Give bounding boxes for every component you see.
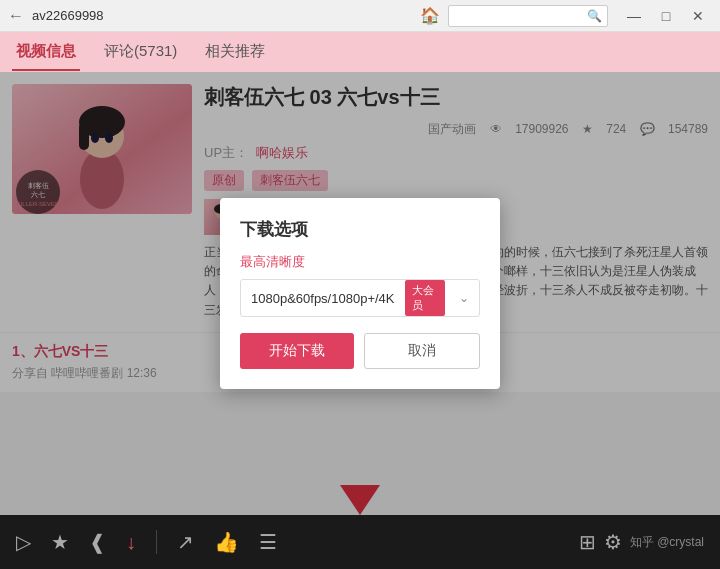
menu-icon[interactable]: ☰ (259, 530, 277, 554)
tab-comments[interactable]: 评论(5731) (100, 34, 181, 71)
tab-related[interactable]: 相关推荐 (201, 34, 269, 71)
search-wrapper: 🔍 (448, 5, 608, 27)
home-icon[interactable]: 🏠 (420, 6, 440, 25)
like-icon[interactable]: 👍 (214, 530, 239, 554)
watermark: 知乎 @crystal (630, 534, 704, 551)
search-input[interactable] (448, 5, 608, 27)
minimize-button[interactable]: — (620, 5, 648, 27)
quality-label: 最高清晰度 (240, 253, 480, 271)
tab-bar: 视频信息 评论(5731) 相关推荐 (0, 32, 720, 72)
download-icon[interactable]: ↓ (126, 531, 136, 554)
cancel-button[interactable]: 取消 (364, 333, 480, 369)
bottom-right: ⊞ ⚙ 知乎 @crystal (579, 530, 704, 554)
maximize-button[interactable]: □ (652, 5, 680, 27)
play-icon[interactable]: ▷ (16, 530, 31, 554)
download-dialog: 下载选项 最高清晰度 1080p&60fps/1080p+/4K 大会员 ⌄ 开… (220, 198, 500, 389)
share-left-icon[interactable]: ❰ (89, 530, 106, 554)
separator (156, 530, 157, 554)
search-icon: 🔍 (587, 9, 602, 23)
star-icon[interactable]: ★ (51, 530, 69, 554)
quality-selector[interactable]: 1080p&60fps/1080p+/4K 大会员 ⌄ (240, 279, 480, 317)
share-right-icon[interactable]: ↗ (177, 530, 194, 554)
dialog-overlay: 下载选项 最高清晰度 1080p&60fps/1080p+/4K 大会员 ⌄ 开… (0, 72, 720, 515)
bottom-bar: ▷ ★ ❰ ↓ ↗ 👍 ☰ ⊞ ⚙ 知乎 @crystal (0, 515, 720, 569)
quality-value: 1080p&60fps/1080p+/4K (241, 285, 405, 312)
grid-icon[interactable]: ⊞ (579, 530, 596, 554)
start-download-button[interactable]: 开始下载 (240, 333, 354, 369)
dialog-title: 下载选项 (240, 218, 480, 241)
title-bar: ← av22669998 🏠 🔍 — □ ✕ (0, 0, 720, 32)
chevron-down-icon[interactable]: ⌄ (449, 285, 479, 311)
close-button[interactable]: ✕ (684, 5, 712, 27)
bottom-icons: ▷ ★ ❰ ↓ ↗ 👍 ☰ (16, 530, 277, 554)
back-button[interactable]: ← (8, 7, 24, 25)
member-badge: 大会员 (405, 280, 446, 316)
tab-video-info[interactable]: 视频信息 (12, 34, 80, 71)
settings-icon[interactable]: ⚙ (604, 530, 622, 554)
window-controls: — □ ✕ (620, 5, 712, 27)
dialog-buttons: 开始下载 取消 (240, 333, 480, 369)
window-title: av22669998 (32, 8, 420, 23)
